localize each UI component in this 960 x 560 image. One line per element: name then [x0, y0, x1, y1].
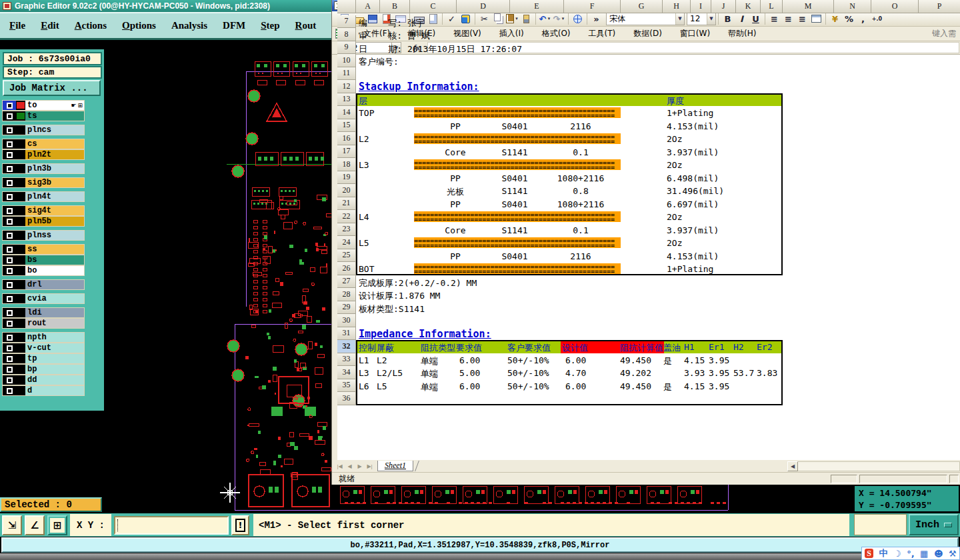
layer-visibility-checkbox[interactable]: [3, 150, 16, 159]
layer-row-bs[interactable]: bs: [2, 255, 85, 265]
excel-menu-8[interactable]: 帮助(H): [728, 28, 756, 39]
next-sheet-icon[interactable]: ▶: [355, 461, 365, 471]
ge-titlebar[interactable]: Graphic Editor 9.02c2 (00@HY-HYCAM-PC050…: [0, 0, 331, 12]
layer-row-pln4t[interactable]: pln4t: [2, 191, 85, 202]
layer-visibility-checkbox[interactable]: [3, 294, 16, 303]
row-header-27[interactable]: 27: [337, 275, 356, 289]
toolbar-options-icon[interactable]: »: [589, 12, 603, 25]
layer-row-sig4t[interactable]: sig4t: [2, 205, 85, 216]
layer-visibility-checkbox[interactable]: [3, 386, 16, 395]
worksheet-grid[interactable]: ABCDEFGHIJKLMNOP789101112131415161718192…: [332, 55, 960, 460]
row-header-31[interactable]: 31: [337, 327, 356, 341]
row-header-15[interactable]: 15: [337, 119, 356, 133]
research-icon[interactable]: [459, 12, 473, 25]
layer-row-rout[interactable]: rout: [2, 318, 85, 329]
align-left-icon[interactable]: ≡: [767, 12, 781, 25]
spelling-icon[interactable]: ✓: [445, 12, 459, 25]
layer-row-drl[interactable]: drl: [2, 279, 85, 290]
row-header-11[interactable]: 11: [337, 67, 356, 81]
wrench-icon[interactable]: ⚒: [949, 549, 957, 559]
row-header-28[interactable]: 28: [337, 288, 356, 301]
row-header-16[interactable]: 16: [337, 132, 356, 145]
layer-visibility-checkbox[interactable]: [3, 178, 16, 187]
italic-icon[interactable]: I: [735, 12, 749, 25]
layer-visibility-checkbox[interactable]: [3, 125, 16, 135]
layer-row-tp[interactable]: tp: [2, 353, 85, 364]
row-header-30[interactable]: 30: [337, 314, 356, 327]
redo-icon[interactable]: ↷▼: [552, 12, 566, 25]
row-header-19[interactable]: 19: [337, 171, 356, 185]
ge-menu-options[interactable]: Options: [122, 20, 156, 31]
layer-row-to[interactable]: to☛⊞: [2, 100, 85, 111]
layer-visibility-checkbox[interactable]: [3, 266, 16, 275]
row-header-20[interactable]: 20: [337, 184, 356, 197]
layer-visibility-checkbox[interactable]: [3, 375, 16, 385]
ge-menu-step[interactable]: Step: [261, 20, 279, 31]
sogou-logo-icon[interactable]: S: [865, 549, 873, 558]
units-dropdown-button[interactable]: Inch: [909, 514, 959, 535]
layer-row-plnss[interactable]: plnss: [2, 230, 85, 241]
underline-icon[interactable]: U: [749, 12, 763, 25]
font-size-select[interactable]: 12▼: [687, 13, 716, 25]
row-header-35[interactable]: 35: [337, 379, 356, 393]
comma-icon[interactable]: ,: [856, 12, 870, 25]
undo-icon[interactable]: ↶▼: [538, 12, 552, 25]
align-center-icon[interactable]: ≡: [781, 12, 795, 25]
layer-visibility-checkbox[interactable]: [3, 255, 16, 265]
layer-row-dd[interactable]: dd: [2, 375, 85, 385]
layer-visibility-checkbox[interactable]: [3, 101, 16, 110]
row-header-21[interactable]: 21: [337, 197, 356, 211]
row-header-36[interactable]: 36: [337, 392, 356, 405]
layer-visibility-checkbox[interactable]: [3, 231, 16, 240]
excel-menu-2[interactable]: 视图(V): [453, 28, 481, 39]
scroll-track[interactable]: [798, 461, 960, 471]
row-header-33[interactable]: 33: [337, 353, 356, 367]
layer-row-ts[interactable]: ts: [2, 111, 85, 121]
increase-decimal-icon[interactable]: +.0: [870, 12, 884, 25]
layer-visibility-checkbox[interactable]: [3, 308, 16, 317]
cut-icon[interactable]: ✂: [477, 12, 491, 25]
layer-row-bo[interactable]: bo: [2, 265, 85, 276]
alert-button[interactable]: !: [231, 515, 249, 535]
excel-menu-7[interactable]: 窗口(W): [680, 28, 710, 39]
ge-menu-file[interactable]: File: [9, 20, 25, 31]
layer-row-pln3b[interactable]: pln3b: [2, 163, 85, 174]
layer-visibility-checkbox[interactable]: [3, 280, 16, 289]
row-header-13[interactable]: 13: [337, 93, 356, 107]
layer-visibility-checkbox[interactable]: [3, 206, 16, 215]
merge-center-icon[interactable]: [809, 12, 823, 25]
excel-menu-5[interactable]: 工具(T): [589, 28, 616, 39]
currency-icon[interactable]: ¥: [828, 12, 842, 25]
align-right-icon[interactable]: ≡: [795, 12, 809, 25]
copy-icon[interactable]: [491, 12, 505, 25]
row-header-32[interactable]: 32: [337, 340, 356, 353]
layer-visibility-checkbox[interactable]: [3, 217, 16, 226]
row-header-29[interactable]: 29: [337, 301, 356, 315]
ge-menu-edit[interactable]: Edit: [41, 20, 59, 31]
last-sheet-icon[interactable]: ▶|: [365, 461, 375, 471]
scroll-left-icon[interactable]: ◀: [787, 461, 798, 471]
row-header-34[interactable]: 34: [337, 366, 356, 379]
ge-menu-actions[interactable]: Actions: [75, 20, 107, 31]
row-header-18[interactable]: 18: [337, 158, 356, 171]
layer-visibility-checkbox[interactable]: [3, 192, 16, 201]
layer-row-d[interactable]: d: [2, 385, 85, 396]
type-question-box[interactable]: 键入需: [932, 28, 956, 39]
tile-windows-button[interactable]: ⊞: [47, 515, 67, 535]
measure-button[interactable]: ∠: [25, 515, 45, 535]
user-icon[interactable]: ☻: [934, 549, 943, 559]
row-header-26[interactable]: 26: [337, 262, 356, 275]
row-header-17[interactable]: 17: [337, 145, 356, 159]
punctuation-icon[interactable]: °,: [907, 549, 914, 559]
layer-row-pln2t[interactable]: pln2t: [2, 149, 85, 160]
layer-row-npth[interactable]: npth: [2, 332, 85, 343]
row-header-22[interactable]: 22: [337, 210, 356, 223]
format-painter-icon[interactable]: [519, 12, 533, 25]
ge-menu-analysis[interactable]: Analysis: [171, 20, 207, 31]
print-preview-icon[interactable]: [426, 12, 440, 25]
layer-visibility-checkbox[interactable]: [3, 354, 16, 363]
layer-row-cs[interactable]: cs: [2, 139, 85, 149]
horizontal-scrollbar[interactable]: ◀: [787, 461, 960, 472]
layer-visibility-checkbox[interactable]: [3, 139, 16, 149]
layer-row-plncs[interactable]: plncs: [2, 125, 85, 135]
